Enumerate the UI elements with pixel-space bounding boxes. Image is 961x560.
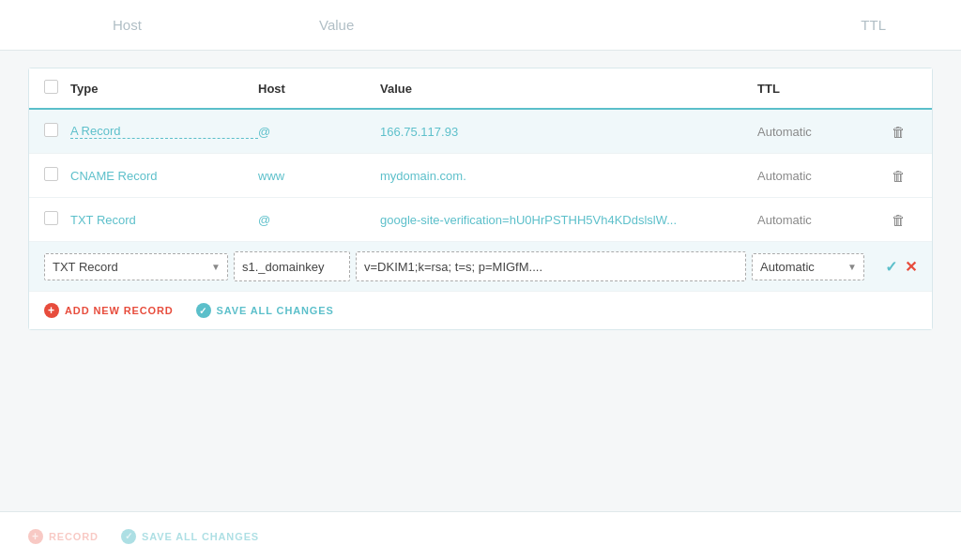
edit-type-wrapper: TXT Record A Record CNAME Record MX Reco… [44,253,228,280]
edit-confirm-button[interactable]: ✓ [885,258,897,276]
row2-delete-button[interactable]: 🗑 [892,168,906,184]
table-footer: + ADD NEW RECORD ✓ SAVE ALL CHANGES [29,292,932,329]
bottom-bar: + RECORD ✓ SAVE ALL CHANGES [0,511,961,560]
save-all-changes-button[interactable]: ✓ SAVE ALL CHANGES [196,303,334,318]
table-row: A Record @ 166.75.117.93 Automatic 🗑 [29,110,932,154]
col-header-type: Type [70,82,258,96]
row3-ttl: Automatic [757,213,879,227]
row1-checkbox[interactable] [44,123,58,137]
bottom-plus-icon: + [28,529,43,544]
row1-ttl: Automatic [757,125,879,139]
edit-row: TXT Record A Record CNAME Record MX Reco… [29,242,932,292]
edit-type-select[interactable]: TXT Record A Record CNAME Record MX Reco… [44,253,228,280]
edit-row-actions: ✓ ✕ [870,258,917,276]
row3-checkbox[interactable] [44,211,58,225]
row2-ttl: Automatic [757,169,879,183]
edit-value-input[interactable] [356,251,746,281]
top-header-ttl: TTL [811,17,886,33]
row2-host: www [258,169,380,183]
dns-records-table: Type Host Value TTL A Record @ 166.75.11… [28,68,933,330]
edit-host-input[interactable] [234,251,350,281]
row3-checkbox-col [44,211,70,228]
edit-cancel-button[interactable]: ✕ [905,258,917,276]
row2-value: mydomain.com. [380,169,757,183]
bottom-add-label: RECORD [49,531,99,542]
page-wrapper: Host Value TTL Type Host Value TTL A Rec… [0,0,961,560]
bottom-add-record: + RECORD [28,529,99,544]
bottom-save-changes: ✓ SAVE ALL CHANGES [121,529,259,544]
bottom-save-label: SAVE ALL CHANGES [142,531,259,542]
col-header-value: Value [380,82,757,96]
top-header-value: Value [319,17,811,33]
select-all-checkbox[interactable] [44,80,58,94]
save-changes-label: SAVE ALL CHANGES [217,305,334,316]
top-header: Host Value TTL [0,0,961,51]
header-checkbox-col [44,80,70,97]
row1-checkbox-col [44,123,70,140]
edit-ttl-wrapper: Automatic 1 min 5 min 30 min 1 hour 12 h… [752,253,864,280]
check-circle-icon: ✓ [196,303,211,318]
row3-type: TXT Record [70,213,258,227]
row1-host: @ [258,125,380,139]
row1-value: 166.75.117.93 [380,125,757,139]
add-record-label: ADD NEW RECORD [65,305,174,316]
row2-checkbox-col [44,167,70,184]
table-row: CNAME Record www mydomain.com. Automatic… [29,154,932,198]
col-header-ttl: TTL [757,82,879,96]
table-row: TXT Record @ google-site-verification=hU… [29,198,932,242]
row3-host: @ [258,213,380,227]
row2-type: CNAME Record [70,169,258,183]
top-header-host: Host [113,17,319,33]
bottom-check-icon: ✓ [121,529,136,544]
table-header-row: Type Host Value TTL [29,68,932,110]
row1-delete-button[interactable]: 🗑 [892,124,906,140]
plus-circle-icon: + [44,303,59,318]
row2-checkbox[interactable] [44,167,58,181]
edit-ttl-select[interactable]: Automatic 1 min 5 min 30 min 1 hour 12 h… [752,253,864,280]
row1-actions: 🗑 [879,124,917,140]
row3-actions: 🗑 [879,212,917,228]
row3-value: google-site-verification=hU0HrPSTHH5Vh4K… [380,213,757,227]
row3-delete-button[interactable]: 🗑 [892,212,906,228]
row2-actions: 🗑 [879,168,917,184]
row1-type: A Record [70,124,258,139]
col-header-host: Host [258,82,380,96]
add-new-record-button[interactable]: + ADD NEW RECORD [44,303,174,318]
